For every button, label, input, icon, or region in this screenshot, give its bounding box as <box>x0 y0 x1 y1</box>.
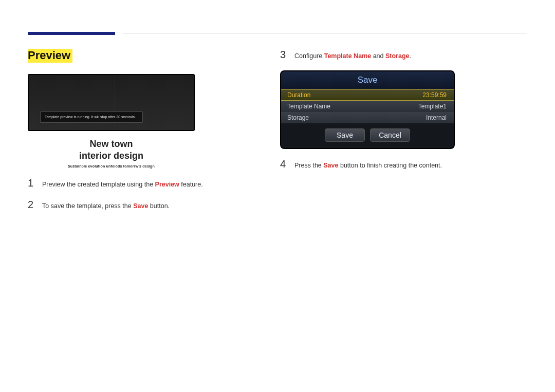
header-rule <box>123 33 527 33</box>
preview-caption: New town interior design Sustainble evol… <box>28 138 195 168</box>
step-number: 4 <box>280 158 287 170</box>
save-row-storage[interactable]: Storage Internal <box>281 112 454 123</box>
step-2: 2 To save the template, press the Save b… <box>28 199 251 211</box>
step-number: 2 <box>28 199 35 211</box>
caption-line-1: New town <box>28 138 195 150</box>
left-column: Preview Template preview is running. It … <box>28 49 251 211</box>
save-button[interactable]: Save <box>325 128 365 142</box>
step-text: To save the template, press the Save but… <box>42 199 170 211</box>
preview-monitor: Template preview is running. It will sto… <box>28 74 195 168</box>
step-text: Configure Template Name and Storage. <box>294 49 411 61</box>
save-dialog: Save Duration 23:59:59 Template Name Tem… <box>280 70 455 149</box>
step-text-post: feature. <box>179 181 203 188</box>
step-text-post: button. <box>148 202 170 210</box>
save-row-template-name[interactable]: Template Name Template1 <box>281 101 454 112</box>
right-column: 3 Configure Template Name and Storage. S… <box>280 49 527 171</box>
step-text-highlight: Save <box>323 162 338 169</box>
step-text-pre: To save the template, press the <box>42 202 133 210</box>
step-4: 4 Press the Save button to finish creati… <box>280 158 527 171</box>
save-dialog-buttons: Save Cancel <box>281 123 454 148</box>
step-text-highlight: Save <box>133 202 148 210</box>
caption-line-2: interior design <box>28 150 195 162</box>
preview-toast: Template preview is running. It will sto… <box>40 111 143 123</box>
step-text-mid: and <box>371 52 385 60</box>
step-text-highlight: Template Name <box>324 52 371 60</box>
step-text-post: button to finish creating the content. <box>338 162 442 169</box>
step-text-highlight: Preview <box>155 181 179 188</box>
save-row-label: Storage <box>287 114 309 121</box>
step-3: 3 Configure Template Name and Storage. <box>280 49 527 61</box>
step-text: Press the Save button to finish creating… <box>294 159 442 171</box>
step-text: Preview the created template using the P… <box>42 178 203 190</box>
caption-sub: Sustainble evolution unfolods tomorrw's … <box>28 164 195 168</box>
save-row-value: Template1 <box>418 103 447 110</box>
step-text-pre: Preview the created template using the <box>42 181 155 188</box>
step-number: 1 <box>28 177 35 189</box>
header-accent-bar <box>28 32 115 35</box>
save-row-value: Internal <box>426 114 447 121</box>
preview-screen-frame: Template preview is running. It will sto… <box>28 74 195 131</box>
save-row-label: Duration <box>287 91 310 99</box>
preview-screen: Template preview is running. It will sto… <box>29 75 194 130</box>
save-row-label: Template Name <box>287 103 330 110</box>
cancel-button[interactable]: Cancel <box>370 128 410 142</box>
save-row-value: 23:59:59 <box>422 91 447 99</box>
step-text-pre: Configure <box>294 52 324 60</box>
save-dialog-title: Save <box>281 71 454 89</box>
step-text-pre: Press the <box>294 162 323 169</box>
save-row-duration[interactable]: Duration 23:59:59 <box>281 89 454 101</box>
section-title: Preview <box>28 49 72 63</box>
step-number: 3 <box>280 49 287 61</box>
step-text-highlight-2: Storage <box>385 52 410 60</box>
step-1: 1 Preview the created template using the… <box>28 177 251 190</box>
step-text-post: . <box>410 52 411 60</box>
